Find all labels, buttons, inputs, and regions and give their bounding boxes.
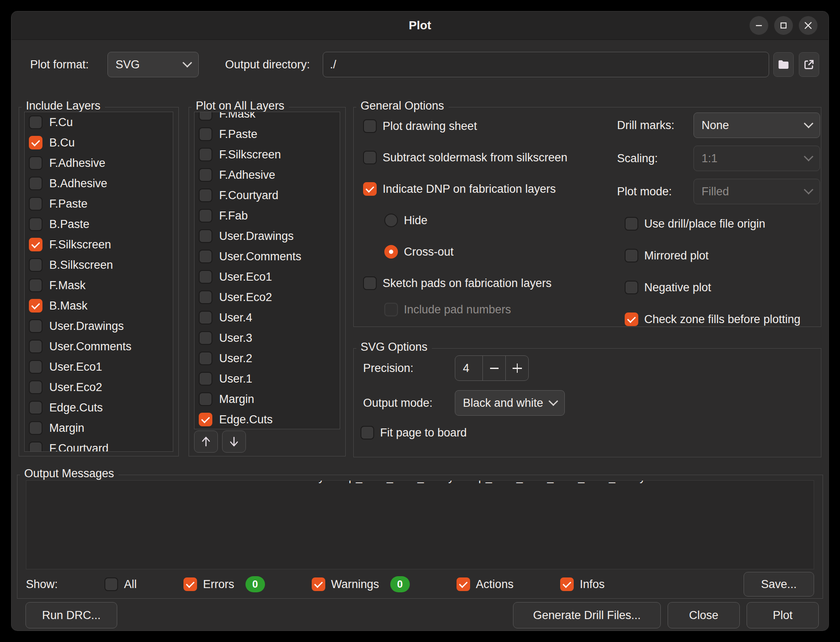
plot-all-layer-row[interactable]: F.Courtyard — [194, 185, 340, 206]
include-layer-row[interactable]: Margin — [25, 418, 173, 438]
layer-checkbox[interactable] — [29, 421, 42, 435]
plot-all-layer-row[interactable]: User.Eco2 — [194, 287, 340, 307]
layer-checkbox[interactable] — [29, 115, 42, 129]
option-checkbox[interactable] — [363, 119, 377, 133]
include-layer-row[interactable]: B.Adhesive — [25, 173, 173, 194]
layer-checkbox[interactable] — [29, 136, 42, 149]
layer-checkbox[interactable] — [199, 112, 212, 121]
plot-all-layer-row[interactable]: User.2 — [194, 348, 340, 369]
layer-checkbox[interactable] — [199, 250, 212, 263]
filter-toggle[interactable]: Infos — [560, 577, 605, 591]
close-dialog-button[interactable]: Close — [668, 602, 740, 628]
output-directory-input[interactable]: ./ — [323, 52, 769, 77]
layer-checkbox[interactable] — [29, 360, 42, 374]
filter-toggle[interactable]: Errors 0 — [183, 576, 265, 592]
layer-checkbox[interactable] — [199, 189, 212, 202]
maximize-button[interactable] — [774, 16, 793, 35]
plot-all-layer-row[interactable]: User.4 — [194, 307, 340, 328]
layer-checkbox[interactable] — [199, 209, 212, 222]
option-checkbox[interactable] — [625, 249, 638, 262]
plot-all-layer-row[interactable]: User.Eco1 — [194, 267, 340, 287]
layer-checkbox[interactable] — [29, 442, 42, 452]
filter-checkbox[interactable] — [183, 577, 197, 591]
layer-checkbox[interactable] — [29, 217, 42, 231]
layer-checkbox[interactable] — [199, 270, 212, 284]
general-option-row[interactable]: Plot drawing sheet — [363, 118, 567, 134]
dnp-radio-row[interactable]: Hide — [384, 213, 567, 228]
filter-toggle[interactable]: Warnings 0 — [312, 576, 410, 592]
include-layer-row[interactable]: F.Cu — [25, 112, 173, 132]
include-layer-row[interactable]: F.Mask — [25, 275, 173, 296]
fit-page-row[interactable]: Fit page to board — [361, 425, 467, 440]
plot-all-layer-row[interactable]: Edge.Cuts — [194, 409, 340, 429]
filter-toggle[interactable]: All — [104, 577, 137, 591]
plot-all-layer-row[interactable]: F.Mask — [194, 112, 340, 124]
include-layer-row[interactable]: Edge.Cuts — [25, 397, 173, 418]
option-checkbox[interactable] — [363, 182, 377, 196]
filter-toggle[interactable]: Actions — [457, 577, 514, 591]
precision-spinner[interactable]: 4 — [455, 355, 529, 381]
option-checkbox[interactable] — [625, 217, 638, 231]
layer-checkbox[interactable] — [29, 299, 42, 313]
drill-marks-select[interactable]: None — [693, 113, 820, 138]
include-layer-row[interactable]: User.Eco1 — [25, 357, 173, 377]
layer-checkbox[interactable] — [199, 127, 212, 141]
layer-checkbox[interactable] — [29, 197, 42, 211]
layer-checkbox[interactable] — [199, 331, 212, 345]
general-option-row[interactable]: Use drill/place file origin — [625, 216, 820, 231]
filter-checkbox[interactable] — [312, 577, 325, 591]
option-checkbox[interactable] — [363, 151, 377, 164]
general-option-row[interactable]: Check zone fills before plotting — [625, 312, 820, 327]
open-output-directory-button[interactable] — [799, 52, 819, 77]
include-layer-row[interactable]: F.Courtyard — [25, 438, 173, 452]
layer-checkbox[interactable] — [29, 177, 42, 190]
layer-checkbox[interactable] — [29, 258, 42, 272]
browse-directory-button[interactable] — [773, 52, 794, 77]
layer-checkbox[interactable] — [199, 148, 212, 161]
layer-checkbox[interactable] — [199, 372, 212, 386]
layer-checkbox[interactable] — [199, 352, 212, 365]
include-layer-row[interactable]: B.Mask — [25, 296, 173, 316]
radio-button[interactable] — [384, 245, 398, 259]
option-checkbox[interactable] — [625, 281, 638, 294]
dnp-radio-row[interactable]: Cross-out — [384, 244, 567, 259]
sketch-pads-row[interactable]: Sketch pads on fabrication layers — [363, 276, 567, 291]
general-option-row[interactable]: Subtract soldermask from silkscreen — [363, 150, 567, 165]
plot-all-layer-row[interactable]: User.1 — [194, 369, 340, 389]
layer-checkbox[interactable] — [199, 168, 212, 182]
output-mode-select[interactable]: Black and white — [455, 390, 565, 416]
layer-checkbox[interactable] — [29, 401, 42, 414]
include-layer-row[interactable]: B.Paste — [25, 214, 173, 234]
plot-all-layer-row[interactable]: F.Fab — [194, 206, 340, 226]
plot-all-layer-row[interactable]: User.3 — [194, 328, 340, 348]
plot-button[interactable]: Plot — [747, 602, 819, 628]
general-option-row[interactable]: Mirrored plot — [625, 248, 820, 263]
include-layer-row[interactable]: User.Drawings — [25, 316, 173, 336]
include-layer-row[interactable]: User.Comments — [25, 336, 173, 357]
precision-increment-button[interactable] — [505, 356, 528, 380]
filter-checkbox[interactable] — [457, 577, 470, 591]
plot-all-layer-row[interactable]: User.Comments — [194, 246, 340, 267]
option-checkbox[interactable] — [625, 313, 638, 326]
layer-checkbox[interactable] — [29, 380, 42, 394]
close-button[interactable] — [799, 16, 817, 35]
filter-checkbox[interactable] — [104, 577, 118, 591]
save-button[interactable]: Save... — [744, 572, 814, 597]
plot-format-select[interactable]: SVG — [107, 52, 199, 77]
layer-checkbox[interactable] — [199, 290, 212, 304]
general-option-row[interactable]: Negative plot — [625, 280, 820, 295]
move-layer-up-button[interactable] — [194, 431, 218, 453]
plot-all-layer-row[interactable]: F.Silkscreen — [194, 144, 340, 165]
include-layer-row[interactable]: B.Silkscreen — [25, 255, 173, 275]
layer-checkbox[interactable] — [199, 392, 212, 406]
fit-page-checkbox[interactable] — [361, 426, 374, 439]
sketch-pads-checkbox[interactable] — [363, 276, 377, 290]
layer-checkbox[interactable] — [29, 279, 42, 292]
run-drc-button[interactable]: Run DRC... — [25, 602, 117, 628]
include-layer-row[interactable]: User.Eco2 — [25, 377, 173, 397]
plot-all-layer-row[interactable]: User.Drawings — [194, 226, 340, 246]
filter-checkbox[interactable] — [560, 577, 574, 591]
plot-all-layer-row[interactable]: F.Paste — [194, 124, 340, 144]
include-layer-row[interactable]: F.Adhesive — [25, 153, 173, 173]
include-layer-row[interactable]: B.Cu — [25, 132, 173, 153]
